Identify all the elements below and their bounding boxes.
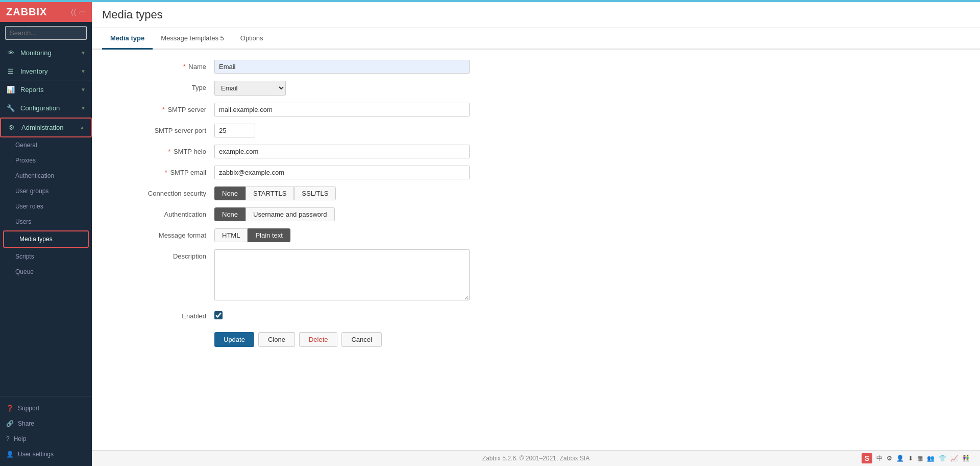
download-icon: ⬇ [908, 455, 913, 462]
expand-button[interactable]: ▭ [79, 8, 86, 16]
authentication-row: Authentication None Username and passwor… [112, 207, 960, 221]
required-star: * [162, 106, 165, 113]
smtp-server-label: * SMTP server [112, 103, 214, 113]
taskbar-icons: S 中 ⚙ 👤 ⬇ ▦ 👥 👕 📈 👫 [862, 453, 970, 463]
sidebar-item-inventory[interactable]: ☰ Inventory ▼ [0, 62, 92, 81]
sidebar-item-help[interactable]: ? Help [0, 431, 92, 447]
authentication-label: Authentication [112, 207, 214, 218]
sidebar-item-label: Help [14, 435, 27, 442]
enabled-checkbox-wrap [214, 309, 470, 319]
administration-icon: ⚙ [7, 124, 16, 131]
sidebar-item-label: Configuration [20, 104, 81, 112]
configuration-icon: 🔧 [6, 104, 15, 112]
smtp-helo-input[interactable] [214, 145, 470, 158]
sidebar-item-administration[interactable]: ⚙ Administration ▲ [0, 118, 92, 137]
logo-area: ZABBIX 〈〈 ▭ [0, 2, 92, 22]
sidebar-item-user-groups[interactable]: User groups [0, 183, 92, 199]
smtp-port-field-wrap [214, 124, 470, 137]
smtp-email-input[interactable] [214, 166, 470, 179]
auth-username-password-button[interactable]: Username and password [246, 207, 335, 221]
description-field-wrap [214, 249, 470, 302]
action-spacer [112, 327, 214, 330]
authentication-group: None Username and password [214, 207, 470, 221]
settings-icon[interactable]: ⚙ [887, 455, 892, 462]
update-button[interactable]: Update [214, 332, 254, 347]
collapse-button[interactable]: 〈〈 [71, 8, 76, 16]
authentication-field-wrap: None Username and password [214, 207, 470, 221]
monitoring-icon: 👁 [6, 49, 15, 57]
sidebar-item-share[interactable]: 🔗 Share [0, 416, 92, 431]
name-field-wrap [214, 60, 470, 74]
cancel-button[interactable]: Cancel [341, 332, 381, 347]
message-format-label: Message format [112, 228, 214, 239]
smtp-email-field-wrap [214, 166, 470, 179]
description-label: Description [112, 249, 214, 260]
smtp-port-input[interactable] [214, 124, 255, 137]
sidebar-item-reports[interactable]: 📊 Reports ▼ [0, 81, 92, 99]
grid-icon: ▦ [917, 455, 923, 462]
sidebar-item-configuration[interactable]: 🔧 Configuration ▼ [0, 99, 92, 118]
clone-button[interactable]: Clone [258, 332, 295, 347]
delete-button[interactable]: Delete [299, 332, 338, 347]
smtp-helo-label: * SMTP helo [112, 145, 214, 155]
connection-ssltls-button[interactable]: SSL/TLS [294, 187, 336, 200]
type-row: Type Email SMS Script Jabber Ez Texting [112, 81, 960, 96]
sidebar-item-users[interactable]: Users [0, 214, 92, 229]
support-icon: ❓ [6, 405, 14, 412]
chart-icon: 📈 [950, 455, 958, 462]
smtp-server-input[interactable] [214, 103, 470, 116]
sidebar-search-area [0, 22, 92, 44]
chevron-down-icon: ▼ [81, 68, 86, 74]
chevron-down-icon: ▼ [81, 87, 86, 92]
tab-message-templates[interactable]: Message templates 5 [153, 28, 232, 50]
sidebar-item-monitoring[interactable]: 👁 Monitoring ▼ [0, 44, 92, 62]
enabled-row: Enabled [112, 309, 960, 320]
sidebar-item-proxies[interactable]: Proxies [0, 153, 92, 168]
sidebar-item-support[interactable]: ❓ Support [0, 401, 92, 416]
form-area: * Name Type Email SMS Script [92, 50, 980, 364]
sidebar-item-label: Support [18, 405, 39, 412]
auth-none-button[interactable]: None [214, 207, 246, 221]
type-select[interactable]: Email SMS Script Jabber Ez Texting [214, 81, 286, 96]
sidebar-item-label: Inventory [20, 67, 81, 75]
smtp-port-label: SMTP server port [112, 124, 214, 134]
connection-security-group: None STARTTLS SSL/TLS [214, 187, 470, 200]
tab-options[interactable]: Options [232, 28, 272, 50]
reports-icon: 📊 [6, 86, 15, 94]
shirt-icon: 👕 [939, 455, 946, 462]
tab-media-type[interactable]: Media type [102, 28, 153, 50]
person-icon: 👤 [896, 455, 904, 462]
chevron-down-icon: ▼ [81, 50, 86, 56]
format-html-button[interactable]: HTML [214, 228, 248, 242]
connection-none-button[interactable]: None [214, 187, 246, 200]
name-input[interactable] [214, 60, 470, 74]
sidebar-item-queue[interactable]: Queue [0, 264, 92, 279]
sidebar-item-media-types[interactable]: Media types [3, 230, 89, 248]
sidebar-item-user-roles[interactable]: User roles [0, 199, 92, 214]
type-field-wrap: Email SMS Script Jabber Ez Texting [214, 81, 470, 96]
page-title: Media types [102, 8, 970, 21]
sidebar-item-scripts[interactable]: Scripts [0, 249, 92, 264]
main-content: Media type Message templates 5 Options *… [92, 28, 980, 450]
sidebar-item-general[interactable]: General [0, 137, 92, 153]
name-row: * Name [112, 60, 960, 74]
user-settings-icon: 👤 [6, 451, 14, 458]
connection-security-row: Connection security None STARTTLS SSL/TL… [112, 187, 960, 200]
s-brand-icon: S [862, 453, 872, 463]
footer: Zabbix 5.2.6. © 2001–2021, Zabbix SIA S … [92, 450, 980, 466]
inventory-icon: ☰ [6, 67, 15, 75]
logo: ZABBIX [6, 6, 47, 18]
sidebar-item-authentication[interactable]: Authentication [0, 168, 92, 183]
connection-starttls-button[interactable]: STARTTLS [246, 187, 294, 200]
sidebar-item-user-settings[interactable]: 👤 User settings [0, 447, 92, 462]
description-textarea[interactable] [214, 249, 470, 300]
enabled-checkbox[interactable] [214, 311, 223, 319]
action-buttons-row: Update Clone Delete Cancel [112, 327, 960, 347]
smtp-server-field-wrap [214, 103, 470, 116]
message-format-group: HTML Plain text [214, 228, 470, 242]
zh-icon: 中 [876, 454, 883, 463]
search-input[interactable] [5, 26, 87, 40]
format-plaintext-button[interactable]: Plain text [248, 228, 290, 242]
smtp-server-row: * SMTP server [112, 103, 960, 116]
tab-bar: Media type Message templates 5 Options [92, 28, 980, 50]
